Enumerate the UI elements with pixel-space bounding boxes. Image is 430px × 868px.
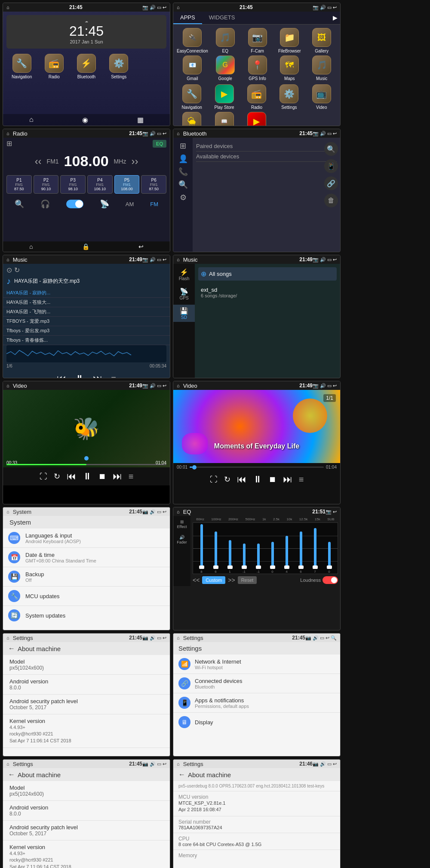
bt-keypad-icon[interactable]: ⊞ xyxy=(180,141,186,151)
eq-fader-tab[interactable]: 🔊Fader xyxy=(175,534,188,546)
music-track-item-3[interactable]: HAYA乐团 - 飞翔的... xyxy=(3,307,170,317)
tab-apps[interactable]: APPS xyxy=(173,12,202,24)
eq-reset-btn[interactable]: Reset xyxy=(238,576,257,584)
eq-slider-3[interactable]: 1 xyxy=(227,523,233,574)
app-gpsinfo[interactable]: 📍GPS Info xyxy=(243,56,273,81)
eq-handle-9[interactable] xyxy=(313,565,318,569)
app-video2[interactable]: 📺Video xyxy=(307,84,337,110)
app-gmail[interactable]: 📧Gmail xyxy=(177,56,208,81)
music-pause-btn[interactable]: ⏸ xyxy=(75,373,84,378)
app-eq[interactable]: 🎵EQ xyxy=(210,28,240,53)
about-back-btn[interactable]: ← xyxy=(8,645,15,652)
eq-home-icon[interactable]: ⌂ xyxy=(177,509,180,514)
moments-pause-btn[interactable]: ⏸ xyxy=(253,474,262,485)
video-list-btn[interactable]: ≡ xyxy=(129,472,134,482)
about-home-icon[interactable]: ⌂ xyxy=(6,635,9,640)
app-gallery[interactable]: 🖼Gallery xyxy=(307,28,337,53)
moments-loop-icon[interactable]: ↻ xyxy=(224,475,230,484)
system-date-item[interactable]: 📅 Date & time GMT+08:00 China Standard T… xyxy=(3,548,170,567)
nav-home[interactable]: ◉ xyxy=(82,116,88,124)
eq-handle-8[interactable] xyxy=(298,565,304,569)
about-left-back-btn[interactable]: ← xyxy=(8,771,15,778)
eq-handle-2[interactable] xyxy=(213,565,218,569)
app-nav2[interactable]: 🔧Navigation xyxy=(177,84,207,110)
app-settings2[interactable]: ⚙️Settings xyxy=(274,84,304,110)
app-youtube[interactable]: ▶YouTube xyxy=(242,112,272,126)
radio-search-icon[interactable]: 🔍 xyxy=(15,199,24,209)
app-settings-home[interactable]: ⚙️ Settings xyxy=(104,54,134,79)
app-playstore[interactable]: ▶Play Store xyxy=(209,84,239,110)
app-navigation[interactable]: 🔧 Navigation xyxy=(6,54,37,79)
eq-handle-4[interactable] xyxy=(242,565,247,569)
eq-slider-7[interactable]: 4 xyxy=(284,523,289,574)
app-bluetooth[interactable]: ⚡ Bluetooth xyxy=(71,54,101,79)
eq-slider-10[interactable]: 0 xyxy=(327,523,332,574)
eq-slider-9[interactable]: 7 xyxy=(313,523,318,574)
settings-apps-item[interactable]: 📱 Apps & notifications Permissions, defa… xyxy=(173,693,340,713)
music-track-item-5[interactable]: Tfboys - 爱出发.mp3 xyxy=(3,326,170,336)
moments-fullscreen-icon[interactable]: ⛶ xyxy=(210,475,218,484)
preset-p1[interactable]: P1FM187.50 xyxy=(6,175,32,194)
video-fullscreen-icon[interactable]: ⛶ xyxy=(40,472,47,481)
music-track-item-1[interactable]: HAYA乐团 - 寂静的... xyxy=(3,288,170,298)
video-pause-btn[interactable]: ⏸ xyxy=(83,471,92,482)
prev-freq-btn[interactable]: ‹‹ xyxy=(35,155,42,167)
settings-right-home[interactable]: ⌂ xyxy=(177,635,180,640)
settings-display-item[interactable]: 🖥 Display xyxy=(173,713,340,732)
settings-network-item[interactable]: 📶 Network & Internet Wi-Fi hotspot xyxy=(173,655,340,674)
video-loop-icon[interactable]: ↻ xyxy=(54,472,60,481)
music-track-item-6[interactable]: Tfboys - 青春修炼... xyxy=(3,336,170,345)
radio-nav-lock[interactable]: 🔒 xyxy=(82,243,89,250)
apps-overflow-btn[interactable]: ▶ xyxy=(330,12,340,24)
moments-progress-bar[interactable] xyxy=(190,466,324,468)
about-right-home[interactable]: ⌂ xyxy=(177,761,180,766)
music-src-home-icon[interactable]: ⌂ xyxy=(177,257,180,262)
all-songs-btn[interactable]: ⊕ All songs xyxy=(198,267,337,281)
music-repeat-icon[interactable]: ↻ xyxy=(14,266,20,274)
video-stop-icon[interactable]: ⏹ xyxy=(98,472,106,481)
bt-contacts-icon[interactable]: 👤 xyxy=(178,154,188,164)
apps-home-icon[interactable]: ⌂ xyxy=(177,5,180,10)
music-list-btn[interactable]: ≡ xyxy=(111,374,116,379)
about-left-home[interactable]: ⌂ xyxy=(6,761,9,766)
eq-slider-6[interactable]: 0 xyxy=(270,523,275,574)
eq-handle-7[interactable] xyxy=(284,565,289,569)
app-weather[interactable]: 🌦Weather xyxy=(177,112,207,126)
settings-connected-item[interactable]: 🔗 Connected devices Bluetooth xyxy=(173,674,340,693)
moments-next-btn[interactable]: ⏭ xyxy=(283,474,292,485)
music-shuffle-icon[interactable]: ⊙ xyxy=(6,266,12,274)
home-icon[interactable]: ⌂ xyxy=(6,5,9,10)
eq-indicator[interactable]: EQ xyxy=(153,140,166,148)
source-flash[interactable]: ⚡ Flash xyxy=(177,266,191,283)
settings-search-btn[interactable]: 🔍 xyxy=(331,635,337,641)
music-track-item-2[interactable]: HAYA乐团 - 苍狼大... xyxy=(3,298,170,307)
eq-slider-8[interactable]: 6 xyxy=(298,523,304,574)
app-fcam[interactable]: 📷F-Cam xyxy=(243,28,273,53)
tab-widgets[interactable]: WIDGETS xyxy=(202,12,242,24)
eq-handle-1[interactable] xyxy=(199,565,204,569)
loudness-toggle[interactable] xyxy=(322,576,338,584)
video-progress-thumb[interactable] xyxy=(84,456,89,460)
eq-custom-btn[interactable]: Custom xyxy=(202,576,225,584)
moments-home-icon[interactable]: ⌂ xyxy=(177,383,180,388)
system-backup-item[interactable]: 💾 Backup Off xyxy=(3,567,170,587)
music-prev-btn[interactable]: ⏮ xyxy=(57,373,66,378)
music-next-btn[interactable]: ⏭ xyxy=(93,373,102,378)
app-radio2[interactable]: 📻Radio xyxy=(242,84,272,110)
eq-slider-2[interactable]: 6 xyxy=(213,523,218,574)
eq-handle-3[interactable] xyxy=(227,565,233,569)
source-gps[interactable]: 📡 GPS xyxy=(177,285,190,303)
eq-slider-1[interactable]: 8 xyxy=(199,523,204,574)
source-sd[interactable]: 💾 SD xyxy=(173,305,195,322)
system-updates-item[interactable]: 🔄 System updates xyxy=(3,606,170,625)
eq-slider-4[interactable]: -1 xyxy=(242,523,247,574)
bt-connect-icon[interactable]: 🔗 xyxy=(324,176,338,190)
app-maps[interactable]: 🗺Maps xyxy=(274,56,304,81)
eq-handle-6[interactable] xyxy=(270,565,275,569)
radio-nav-back[interactable]: ↩ xyxy=(138,243,144,250)
system-home-icon[interactable]: ⌂ xyxy=(6,509,9,514)
video-progress-track[interactable] xyxy=(6,464,166,465)
bt-scan-icon[interactable]: 🔍 xyxy=(324,142,338,156)
bt-delete-icon[interactable]: 🗑 xyxy=(324,194,338,207)
music-home-icon[interactable]: ⌂ xyxy=(6,257,9,262)
